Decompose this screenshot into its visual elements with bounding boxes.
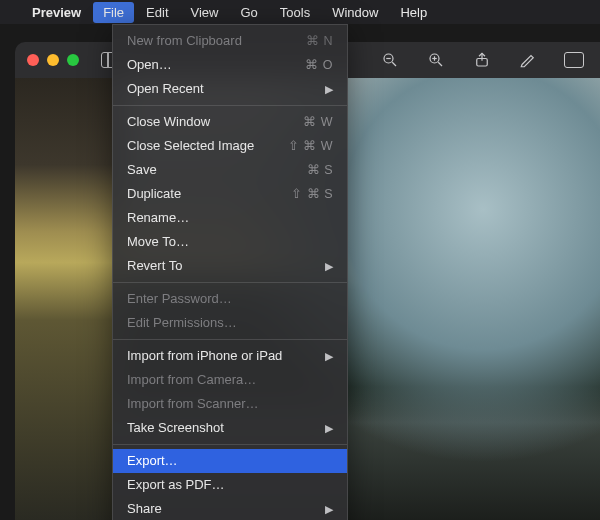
menubar-file[interactable]: File (93, 2, 134, 23)
menu-edit-permissions: Edit Permissions… (113, 311, 347, 335)
menu-shortcut: ⇧ ⌘ S (291, 185, 333, 203)
svg-line-1 (392, 62, 396, 66)
menubar-tools[interactable]: Tools (270, 2, 320, 23)
zoom-in-icon[interactable] (420, 48, 452, 72)
menu-label: Move To… (127, 233, 189, 251)
menu-label: Export… (127, 452, 178, 470)
chevron-right-icon: ▶ (325, 419, 333, 437)
menu-rename[interactable]: Rename… (113, 206, 347, 230)
menu-export[interactable]: Export… (113, 449, 347, 473)
menu-label: Import from Scanner… (127, 395, 259, 413)
menu-move-to[interactable]: Move To… (113, 230, 347, 254)
file-menu-dropdown: New from Clipboard ⌘ N Open… ⌘ O Open Re… (112, 24, 348, 520)
menu-import-iphone-ipad[interactable]: Import from iPhone or iPad ▶ (113, 344, 347, 368)
menu-shortcut: ⌘ W (303, 113, 333, 131)
menu-separator (113, 105, 347, 106)
menubar-view[interactable]: View (181, 2, 229, 23)
menu-open-recent[interactable]: Open Recent ▶ (113, 77, 347, 101)
menu-label: Close Selected Image (127, 137, 254, 155)
menu-take-screenshot[interactable]: Take Screenshot ▶ (113, 416, 347, 440)
menu-label: Open… (127, 56, 172, 74)
zoom-out-icon[interactable] (374, 48, 406, 72)
maximize-icon[interactable] (67, 54, 79, 66)
menubar-edit[interactable]: Edit (136, 2, 178, 23)
panel-icon[interactable] (558, 48, 590, 72)
share-icon[interactable] (466, 48, 498, 72)
menu-import-camera: Import from Camera… (113, 368, 347, 392)
menu-import-scanner: Import from Scanner… (113, 392, 347, 416)
menu-label: Duplicate (127, 185, 181, 203)
app-name[interactable]: Preview (22, 5, 91, 20)
markup-icon[interactable] (512, 48, 544, 72)
menu-label: Import from Camera… (127, 371, 256, 389)
menu-label: New from Clipboard (127, 32, 242, 50)
menu-duplicate[interactable]: Duplicate ⇧ ⌘ S (113, 182, 347, 206)
menu-close-window[interactable]: Close Window ⌘ W (113, 110, 347, 134)
menu-new-from-clipboard: New from Clipboard ⌘ N (113, 29, 347, 53)
menu-separator (113, 444, 347, 445)
menu-shortcut: ⌘ S (307, 161, 333, 179)
menu-export-as-pdf[interactable]: Export as PDF… (113, 473, 347, 497)
menu-close-selected-image[interactable]: Close Selected Image ⇧ ⌘ W (113, 134, 347, 158)
menubar-window[interactable]: Window (322, 2, 388, 23)
menu-enter-password: Enter Password… (113, 287, 347, 311)
menubar-go[interactable]: Go (230, 2, 267, 23)
menu-shortcut: ⇧ ⌘ W (288, 137, 333, 155)
minimize-icon[interactable] (47, 54, 59, 66)
svg-line-4 (438, 62, 442, 66)
chevron-right-icon: ▶ (325, 257, 333, 275)
menu-separator (113, 282, 347, 283)
menu-separator (113, 339, 347, 340)
menu-save[interactable]: Save ⌘ S (113, 158, 347, 182)
menu-share[interactable]: Share ▶ (113, 497, 347, 520)
menu-label: Revert To (127, 257, 182, 275)
menu-label: Rename… (127, 209, 189, 227)
menu-label: Open Recent (127, 80, 204, 98)
menu-label: Close Window (127, 113, 210, 131)
menu-label: Enter Password… (127, 290, 232, 308)
menu-shortcut: ⌘ N (306, 32, 333, 50)
menu-label: Export as PDF… (127, 476, 225, 494)
menubar: Preview File Edit View Go Tools Window H… (0, 0, 600, 24)
menu-label: Share (127, 500, 162, 518)
traffic-lights (27, 54, 79, 66)
menu-label: Edit Permissions… (127, 314, 237, 332)
menu-label: Save (127, 161, 157, 179)
toolbar-right (374, 42, 590, 78)
preview-image-left (15, 76, 120, 520)
menu-label: Import from iPhone or iPad (127, 347, 282, 365)
chevron-right-icon: ▶ (325, 347, 333, 365)
chevron-right-icon: ▶ (325, 80, 333, 98)
menu-revert-to[interactable]: Revert To ▶ (113, 254, 347, 278)
menu-open[interactable]: Open… ⌘ O (113, 53, 347, 77)
menu-shortcut: ⌘ O (305, 56, 333, 74)
chevron-right-icon: ▶ (325, 500, 333, 518)
menu-label: Take Screenshot (127, 419, 224, 437)
close-icon[interactable] (27, 54, 39, 66)
menubar-help[interactable]: Help (390, 2, 437, 23)
